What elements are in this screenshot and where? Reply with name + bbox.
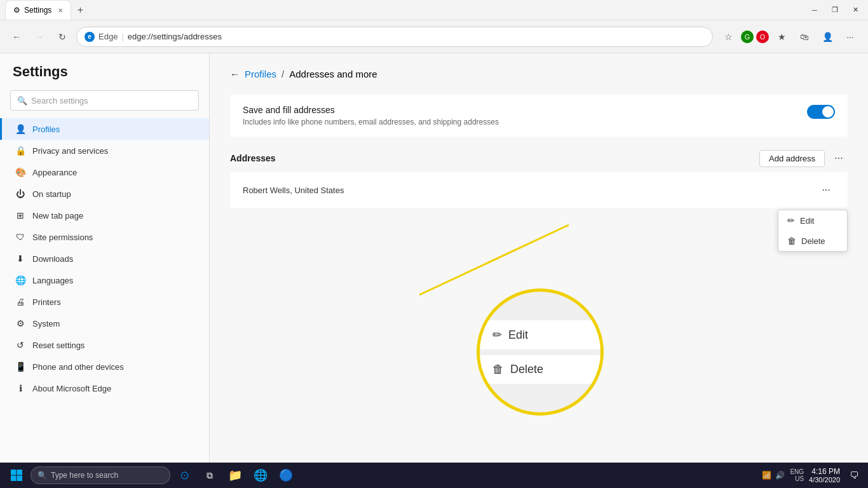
forward-button[interactable]: → [31, 28, 48, 46]
save-fill-desc: Includes info like phone numbers, email … [243, 118, 499, 126]
new-tab-icon: ⊞ [15, 210, 26, 221]
active-tab[interactable]: ⚙ Settings ✕ [5, 0, 71, 20]
minimize-button[interactable]: ─ [807, 3, 822, 18]
sidebar-item-site-permissions[interactable]: 🛡 Site permissions [0, 226, 209, 248]
breadcrumb-profiles-link[interactable]: Profiles [245, 69, 276, 79]
settings-more-icon[interactable]: ··· [840, 27, 860, 47]
sidebar-item-languages[interactable]: 🌐 Languages [0, 269, 209, 291]
back-button[interactable]: ← [8, 28, 25, 46]
taskbar-task-view[interactable]: ⧉ [198, 464, 221, 487]
dropdown-delete-item[interactable]: 🗑 Delete [778, 231, 847, 251]
collections-icon[interactable]: G [741, 30, 754, 43]
toggle-thumb [822, 106, 834, 118]
network-icon[interactable]: 📶 [762, 471, 771, 480]
sidebar: Settings 🔍 Search settings 👤 Profiles 🔒 … [0, 53, 210, 463]
titlebar-tabs: ⚙ Settings ✕ + [5, 0, 89, 20]
sidebar-item-downloads[interactable]: ⬇ Downloads [0, 248, 209, 269]
extensions-icon[interactable]: ★ [771, 27, 792, 47]
refresh-button[interactable]: ↻ [53, 28, 71, 46]
taskbar-file-explorer[interactable]: 📁 [224, 464, 247, 487]
sidebar-item-new-tab[interactable]: ⊞ New tab page [0, 205, 209, 226]
sidebar-label-on-startup: On startup [32, 189, 71, 199]
about-icon: ℹ [15, 383, 26, 394]
mag-delete-icon: 🗑 [492, 363, 504, 376]
svg-line-0 [419, 225, 569, 295]
dropdown-delete-label: Delete [801, 236, 825, 246]
taskbar-clock[interactable]: ENG US [790, 468, 804, 482]
titlebar: ⚙ Settings ✕ + ─ ❐ ✕ [0, 0, 868, 20]
addresses-actions: Add address ··· [759, 149, 848, 167]
sidebar-item-system[interactable]: ⚙ System [0, 313, 209, 334]
edge-logo-icon: e [85, 32, 95, 42]
start-button[interactable] [5, 464, 28, 487]
sidebar-item-printers[interactable]: 🖨 Printers [0, 291, 209, 313]
sidebar-label-reset: Reset settings [32, 341, 85, 350]
taskbar-datetime[interactable]: 4:16 PM 4/30/2020 [809, 467, 840, 484]
sidebar-label-about: About Microsoft Edge [32, 384, 111, 393]
addressbar: ← → ↻ e Edge | edge://settings/addresses… [0, 20, 868, 53]
printers-icon: 🖨 [15, 296, 26, 308]
taskbar-cortana[interactable]: ⊙ [173, 464, 196, 487]
favorites-icon[interactable]: ☆ [718, 27, 738, 47]
shopping-icon[interactable]: 🛍 [794, 27, 815, 47]
time-display: 4:16 PM [809, 467, 840, 476]
search-icon: 🔍 [17, 96, 27, 105]
address-row-more-button[interactable]: ··· [817, 181, 835, 199]
tab-close-icon[interactable]: ✕ [58, 7, 63, 14]
svg-rect-4 [17, 476, 23, 482]
sidebar-item-reset[interactable]: ↺ Reset settings [0, 334, 209, 356]
search-settings-input[interactable]: 🔍 Search settings [10, 90, 199, 111]
add-address-button[interactable]: Add address [759, 150, 825, 167]
taskbar-search[interactable]: 🔍 Type here to search [31, 466, 170, 484]
addresses-more-button[interactable]: ··· [830, 149, 848, 167]
date-display: 4/30/2020 [809, 476, 840, 484]
profile-icon[interactable]: 👤 [817, 27, 837, 47]
new-tab-button[interactable]: + [71, 1, 89, 19]
address-dropdown-menu: ✏ Edit 🗑 Delete [778, 210, 848, 252]
taskbar-search-icon: 🔍 [37, 471, 47, 480]
system-icon: ⚙ [15, 318, 26, 329]
sidebar-item-privacy[interactable]: 🔒 Privacy and services [0, 140, 209, 161]
sidebar-item-appearance[interactable]: 🎨 Appearance [0, 161, 209, 183]
notification-button[interactable]: 🗨 [845, 466, 863, 484]
taskbar-chrome[interactable]: 🔵 [275, 464, 297, 487]
breadcrumb-back-icon[interactable]: ← [230, 69, 240, 79]
magnify-circle: ✏ Edit 🗑 Delete [477, 288, 604, 416]
taskbar-edge[interactable]: 🌐 [249, 464, 272, 487]
save-fill-toggle[interactable] [807, 105, 835, 119]
sidebar-label-printers: Printers [32, 297, 61, 307]
sidebar-label-phone: Phone and other devices [32, 362, 124, 372]
reset-icon: ↺ [15, 339, 26, 351]
mag-edit-icon: ✏ [492, 328, 502, 342]
dropdown-edit-item[interactable]: ✏ Edit [778, 210, 847, 231]
content-area: ← Profiles / Addresses and more Save and… [210, 53, 868, 463]
sidebar-label-site-permissions: Site permissions [32, 233, 93, 242]
phone-icon: 📱 [15, 361, 26, 372]
languages-icon: 🌐 [15, 274, 26, 286]
taskbar: 🔍 Type here to search ⊙ ⧉ 📁 🌐 🔵 📶 🔊 ENG [0, 463, 868, 488]
edit-icon: ✏ [787, 215, 795, 226]
sidebar-label-privacy: Privacy and services [32, 146, 108, 156]
annotation-container: ✏ Edit 🗑 Delete [477, 288, 604, 416]
sidebar-item-profiles[interactable]: 👤 Profiles [0, 118, 209, 140]
dropdown-edit-label: Edit [800, 216, 814, 226]
volume-icon[interactable]: 🔊 [775, 471, 785, 480]
url-text: edge://settings/addresses [128, 32, 222, 41]
taskbar-search-placeholder: Type here to search [51, 471, 118, 480]
svg-rect-2 [17, 470, 23, 475]
sidebar-item-on-startup[interactable]: ⏻ On startup [0, 183, 209, 205]
maximize-button[interactable]: ❐ [827, 3, 843, 18]
tab-settings-label: Settings [24, 6, 51, 15]
mag-edit-label: Edit [508, 329, 528, 342]
opera-icon[interactable]: O [756, 30, 769, 43]
breadcrumb: ← Profiles / Addresses and more [230, 69, 848, 79]
sidebar-item-phone[interactable]: 📱 Phone and other devices [0, 356, 209, 377]
close-button[interactable]: ✕ [848, 3, 863, 18]
save-fill-info: Save and fill addresses Includes info li… [243, 105, 499, 126]
url-bar[interactable]: e Edge | edge://settings/addresses [76, 27, 713, 47]
tab-settings-icon: ⚙ [13, 6, 20, 15]
sidebar-item-about[interactable]: ℹ About Microsoft Edge [0, 377, 209, 399]
mag-delete-label: Delete [510, 363, 543, 376]
task-view-icon: ⧉ [207, 470, 213, 481]
mag-delete-item: 🗑 Delete [480, 355, 600, 384]
